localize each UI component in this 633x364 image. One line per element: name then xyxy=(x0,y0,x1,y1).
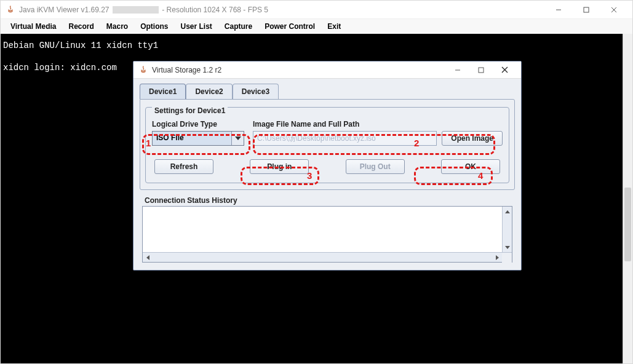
menu-record[interactable]: Record xyxy=(62,20,100,33)
menu-macro[interactable]: Macro xyxy=(100,20,134,33)
svg-rect-3 xyxy=(479,68,484,73)
status-horizontal-scrollbar[interactable] xyxy=(143,252,512,262)
annotation-4-number: 4 xyxy=(478,170,489,181)
status-history-box[interactable] xyxy=(142,206,512,263)
scroll-right-icon[interactable] xyxy=(492,253,502,262)
minimize-button[interactable] xyxy=(544,1,572,18)
menubar: Virtual Media Record Macro Options User … xyxy=(1,19,632,34)
redacted-ip xyxy=(113,6,159,14)
scroll-left-icon[interactable] xyxy=(143,253,153,262)
drive-type-value: ISO File xyxy=(153,132,231,145)
drive-type-combo[interactable]: ISO File xyxy=(152,131,244,146)
main-title: Java iKVM Viewer v1.69.27 - Resolution 1… xyxy=(19,6,268,14)
menu-options[interactable]: Options xyxy=(134,20,174,33)
close-button[interactable] xyxy=(600,1,627,18)
settings-fieldset: Settings for Device1 Logical Drive Type … xyxy=(145,107,509,183)
tab-row: Device1 Device2 Device3 xyxy=(137,84,517,99)
menu-virtual-media[interactable]: Virtual Media xyxy=(4,20,62,33)
plug-in-button[interactable]: Plug in xyxy=(250,159,309,174)
path-input[interactable] xyxy=(253,131,437,146)
tab-device1[interactable]: Device1 xyxy=(140,84,186,99)
scroll-down-icon[interactable] xyxy=(503,242,512,252)
drive-type-label: Logical Drive Type xyxy=(152,120,244,129)
status-label: Connection Status History xyxy=(142,196,512,205)
tab-device3[interactable]: Device3 xyxy=(233,84,279,99)
menu-capture[interactable]: Capture xyxy=(218,20,258,33)
virtual-storage-dialog: Virtual Storage 1.2 r2 Device1 Device2 D… xyxy=(133,61,522,271)
main-window-controls xyxy=(544,1,627,18)
tab-panel-device1: Settings for Device1 Logical Drive Type … xyxy=(140,99,515,190)
menu-power-control[interactable]: Power Control xyxy=(258,20,321,33)
java-icon xyxy=(6,5,15,15)
terminal-scrollbar[interactable] xyxy=(623,34,632,363)
annotation-3-number: 3 xyxy=(307,170,318,181)
dialog-close-button[interactable] xyxy=(493,62,516,78)
menu-user-list[interactable]: User List xyxy=(174,20,218,33)
dialog-title: Virtual Storage 1.2 r2 xyxy=(152,66,221,74)
plug-out-button: Plug Out xyxy=(346,159,405,174)
java-icon xyxy=(138,65,148,75)
scroll-up-icon[interactable] xyxy=(503,207,512,216)
dialog-titlebar[interactable]: Virtual Storage 1.2 r2 xyxy=(133,61,521,79)
dialog-minimize-button[interactable] xyxy=(446,62,469,78)
menu-exit[interactable]: Exit xyxy=(321,20,347,33)
scroll-corner xyxy=(502,253,512,263)
status-vertical-scrollbar[interactable] xyxy=(502,207,512,252)
open-image-button[interactable]: Open Image xyxy=(442,131,503,146)
svg-rect-1 xyxy=(584,7,589,12)
dialog-maximize-button[interactable] xyxy=(469,62,493,78)
annotation-1-number: 1 xyxy=(146,138,157,149)
main-titlebar: Java iKVM Viewer v1.69.27 - Resolution 1… xyxy=(1,1,632,19)
path-label: Image File Name and Full Path xyxy=(253,120,503,129)
dialog-body: Device1 Device2 Device3 Settings for Dev… xyxy=(133,79,521,270)
scrollbar-thumb[interactable] xyxy=(624,188,631,261)
fieldset-legend: Settings for Device1 xyxy=(152,106,228,115)
status-section: Connection Status History xyxy=(137,196,517,266)
ok-button[interactable]: OK xyxy=(441,159,500,174)
maximize-button[interactable] xyxy=(572,1,600,18)
chevron-down-icon[interactable] xyxy=(231,132,244,145)
annotation-2-number: 2 xyxy=(414,138,425,149)
refresh-button[interactable]: Refresh xyxy=(154,159,213,174)
tab-device2[interactable]: Device2 xyxy=(186,84,232,99)
